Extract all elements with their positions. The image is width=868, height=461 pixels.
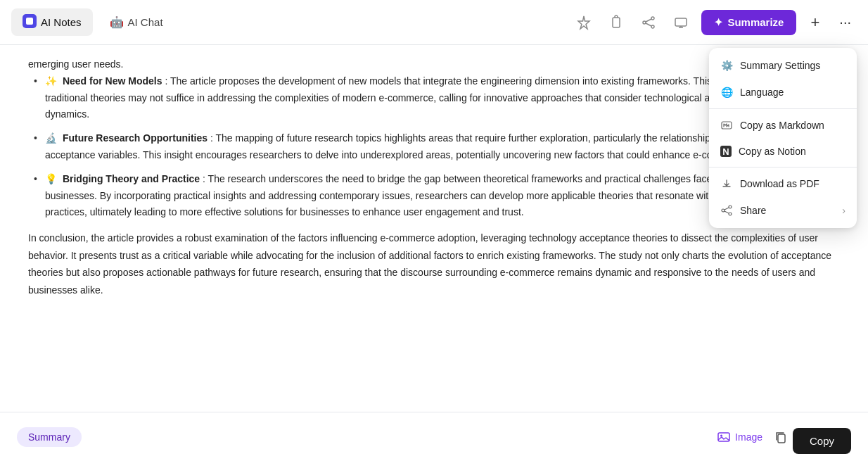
wand-icon: ✦	[714, 16, 723, 29]
bullet-title-3: Bridging Theory and Practice	[63, 173, 200, 184]
summarize-label: Summarize	[727, 16, 784, 28]
notion-icon: N	[720, 146, 732, 157]
svg-rect-11	[718, 433, 729, 441]
emoji-2: 🔬	[45, 132, 57, 144]
svg-rect-13	[778, 434, 785, 443]
image-label: Image	[735, 431, 762, 443]
dropdown-copy-markdown[interactable]: Copy as Markdown	[709, 112, 857, 139]
svg-line-18	[725, 208, 729, 210]
nav-tabs: AI Notes 🤖 AI Chat	[11, 8, 174, 36]
svg-line-19	[725, 211, 729, 213]
app-header: AI Notes 🤖 AI Chat	[0, 0, 868, 45]
globe-icon: 🌐	[720, 86, 733, 99]
emoji-1: ✨	[45, 75, 57, 87]
dropdown-share[interactable]: Share ›	[709, 197, 857, 224]
dropdown-copy-notion[interactable]: N Copy as Notion	[709, 139, 857, 164]
emerging-text: emerging user needs.	[28, 58, 123, 70]
dropdown-language-label: Language	[740, 87, 784, 98]
svg-point-15	[729, 206, 732, 208]
dropdown-download-pdf-label: Download as PDF	[740, 178, 819, 189]
image-icon	[717, 430, 731, 444]
image-button[interactable]: Image	[717, 430, 762, 444]
copy-icon-btn[interactable]	[770, 426, 792, 448]
dropdown-copy-notion-label: Copy as Notion	[739, 146, 806, 157]
svg-point-12	[720, 434, 722, 436]
svg-point-3	[651, 17, 654, 20]
ai-notes-icon	[23, 14, 37, 30]
dropdown-copy-markdown-label: Copy as Markdown	[740, 120, 824, 131]
dropdown-divider-1	[709, 108, 857, 109]
settings-icon: ⚙️	[720, 59, 733, 72]
tab-ai-chat[interactable]: 🤖 AI Chat	[98, 10, 174, 34]
tab-ai-notes-label: AI Notes	[41, 16, 82, 28]
tab-ai-chat-label: AI Chat	[128, 16, 163, 28]
dropdown-download-pdf[interactable]: Download as PDF	[709, 170, 857, 197]
svg-line-7	[646, 23, 651, 26]
summary-tag-button[interactable]: Summary	[17, 427, 82, 447]
bottom-bar: Summary Image	[0, 412, 868, 461]
dropdown-summary-settings-label: Summary Settings	[740, 60, 820, 71]
dropdown-summary-settings[interactable]: ⚙️ Summary Settings	[709, 52, 857, 79]
markdown-icon	[720, 119, 733, 132]
svg-point-16	[722, 209, 725, 212]
clipboard-icon-btn[interactable]	[604, 11, 628, 34]
dropdown-language[interactable]: 🌐 Language	[709, 79, 857, 106]
dropdown-menu: ⚙️ Summary Settings 🌐 Language Copy as M…	[709, 48, 857, 228]
copy-icon	[774, 430, 788, 444]
conclusion-paragraph: In conclusion, the article provides a ro…	[28, 229, 840, 298]
plus-icon: +	[810, 13, 819, 31]
summarize-button[interactable]: ✦ Summarize	[701, 10, 796, 35]
more-icon: ···	[839, 14, 851, 30]
chevron-right-icon: ›	[842, 205, 845, 216]
dropdown-share-label: Share	[740, 205, 766, 216]
copy-floating-label: Copy	[810, 435, 834, 447]
download-icon	[720, 177, 733, 190]
svg-line-6	[646, 19, 651, 22]
emoji-3: 💡	[45, 173, 57, 184]
svg-rect-8	[675, 18, 687, 26]
svg-point-4	[643, 21, 646, 24]
svg-rect-2	[613, 18, 620, 27]
share-menu-icon	[720, 204, 733, 217]
tab-ai-notes[interactable]: AI Notes	[11, 8, 93, 36]
more-options-button[interactable]: ···	[834, 11, 857, 33]
magic-icon-btn[interactable]	[572, 11, 596, 34]
ai-chat-icon: 🤖	[110, 15, 124, 29]
svg-point-5	[651, 25, 654, 28]
share-icon-btn[interactable]	[637, 11, 660, 34]
bullet-title-1: Need for New Models	[63, 75, 162, 87]
svg-point-17	[729, 213, 732, 215]
svg-rect-1	[26, 18, 33, 25]
summary-tag-label: Summary	[28, 431, 70, 443]
add-button[interactable]: +	[805, 11, 825, 34]
monitor-icon-btn[interactable]	[669, 11, 693, 34]
bullet-title-2: Future Research Opportunities	[63, 132, 208, 144]
copy-floating-button[interactable]: Copy	[793, 428, 851, 454]
dropdown-divider-2	[709, 167, 857, 168]
header-actions: ✦ Summarize + ···	[572, 10, 857, 35]
